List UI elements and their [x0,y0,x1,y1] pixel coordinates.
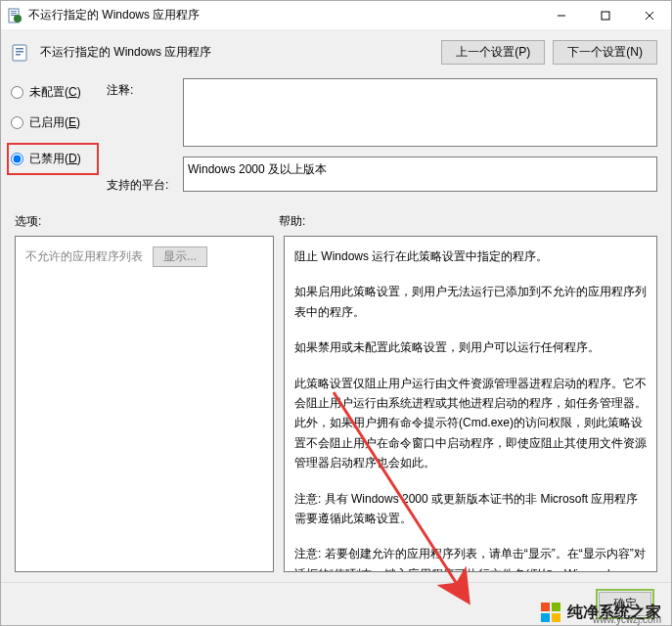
titlebar[interactable]: 不运行指定的 Windows 应用程序 [1,1,671,30]
supported-platform-textarea[interactable] [183,156,657,192]
help-paragraph: 注意: 若要创建允许的应用程序列表，请单击“显示”。在“显示内容”对话框的“值”… [294,544,647,572]
help-pane[interactable]: 阻止 Windows 运行在此策略设置中指定的程序。 如果启用此策略设置，则用户… [284,236,657,572]
radio-enabled-label: 已启用(E) [29,114,80,131]
radio-disabled[interactable]: 已禁用(D) [11,151,91,167]
policy-file-icon [7,8,22,23]
help-paragraph: 如果启用此策略设置，则用户无法运行已添加到不允许的应用程序列表中的程序。 [294,282,647,322]
svg-rect-11 [16,51,23,53]
window-title: 不运行指定的 Windows 应用程序 [28,7,539,23]
radio-enabled[interactable]: 已启用(E) [11,114,99,131]
radio-enabled-input[interactable] [11,116,23,129]
panes: 不允许的应用程序列表 显示... 阻止 Windows 运行在此策略设置中指定的… [1,236,671,582]
help-paragraph: 如果禁用或未配置此策略设置，则用户可以运行任何程序。 [294,337,647,357]
svg-rect-10 [16,48,23,50]
next-setting-button[interactable]: 下一个设置(N) [553,40,657,65]
platform-label: 支持的平台: [107,143,175,201]
svg-point-4 [14,15,22,22]
highlight-box: 已禁用(D) [7,143,99,175]
policy-icon [11,43,30,63]
minimize-button[interactable] [539,1,583,29]
pane-headers: 选项: 帮助: [1,201,671,236]
policy-title: 不运行指定的 Windows 应用程序 [40,44,431,61]
comment-textarea[interactable] [183,78,657,147]
text-boxes [183,78,657,201]
show-button[interactable]: 显示... [153,246,207,267]
svg-rect-2 [11,13,17,14]
radio-not-configured-label: 未配置(C) [29,84,81,101]
radio-disabled-label: 已禁用(D) [29,151,81,167]
window-controls [539,1,671,29]
radio-not-configured-input[interactable] [11,86,23,99]
options-pane: 不允许的应用程序列表 显示... [15,236,274,572]
dialog-window: 不运行指定的 Windows 应用程序 不运行指定的 Windows 应用程序 … [0,0,672,626]
dialog-footer: 确定 [1,582,671,625]
help-paragraph: 注意: 具有 Windows 2000 或更新版本证书的非 Microsoft … [294,489,647,529]
side-labels: 注释: 支持的平台: [107,78,175,201]
radio-not-configured[interactable]: 未配置(C) [11,84,99,101]
help-label: 帮助: [279,213,657,230]
state-radio-group: 未配置(C) 已启用(E) 已禁用(D) [11,78,99,201]
disallowed-list-label: 不允许的应用程序列表 [25,246,143,266]
help-paragraph: 阻止 Windows 运行在此策略设置中指定的程序。 [294,246,647,266]
svg-rect-1 [11,11,17,12]
radio-disabled-input[interactable] [11,153,23,165]
svg-rect-9 [13,45,26,61]
configuration-area: 未配置(C) 已启用(E) 已禁用(D) 注释: 支持的平台: [1,78,671,201]
header-row: 不运行指定的 Windows 应用程序 上一个设置(P) 下一个设置(N) [1,30,671,78]
maximize-button[interactable] [583,1,627,29]
comment-label: 注释: [107,82,175,141]
previous-setting-button[interactable]: 上一个设置(P) [441,40,545,65]
options-label: 选项: [15,213,279,230]
close-button[interactable] [627,1,671,29]
help-paragraph: 此策略设置仅阻止用户运行由文件资源管理器进程启动的程序。它不会阻止用户运行由系统… [294,374,647,473]
ok-button[interactable]: 确定 [599,592,651,616]
svg-rect-6 [602,12,609,20]
svg-rect-12 [16,54,21,56]
